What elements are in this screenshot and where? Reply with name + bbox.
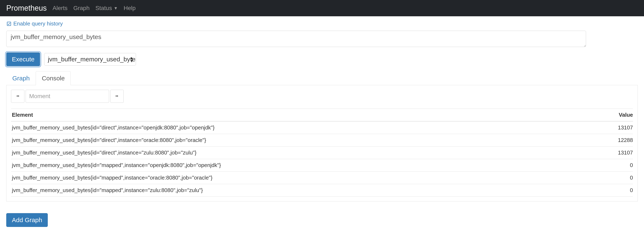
- tab-graph[interactable]: Graph: [6, 71, 36, 85]
- cell-element: jvm_buffer_memory_used_bytes{id="direct"…: [11, 121, 589, 134]
- nav-status-label: Status: [96, 5, 112, 12]
- moment-row: [11, 90, 633, 103]
- cell-element: jvm_buffer_memory_used_bytes{id="direct"…: [11, 134, 589, 147]
- nav-graph[interactable]: Graph: [74, 5, 90, 12]
- table-row: jvm_buffer_memory_used_bytes{id="direct"…: [11, 121, 633, 134]
- results-table: Element Value jvm_buffer_memory_used_byt…: [11, 109, 633, 197]
- table-row: jvm_buffer_memory_used_bytes{id="direct"…: [11, 147, 633, 159]
- nav-status[interactable]: Status ▼: [96, 5, 118, 12]
- col-element: Element: [11, 109, 589, 122]
- cell-value: 12288: [589, 134, 633, 147]
- cell-value: 0: [589, 172, 633, 184]
- moment-input[interactable]: [26, 90, 109, 103]
- col-value: Value: [589, 109, 633, 122]
- table-row: jvm_buffer_memory_used_bytes{id="mapped"…: [11, 172, 633, 184]
- table-body: jvm_buffer_memory_used_bytes{id="direct"…: [11, 121, 633, 197]
- cell-element: jvm_buffer_memory_used_bytes{id="mapped"…: [11, 172, 589, 184]
- navbar: Prometheus Alerts Graph Status ▼ Help: [0, 0, 644, 16]
- metric-select-value: jvm_buffer_memory_used_bytes: [48, 56, 136, 63]
- double-chevron-right-icon: [115, 93, 119, 100]
- enable-history-label: Enable query history: [13, 21, 63, 27]
- caret-down-icon: ▼: [114, 6, 118, 11]
- nav-alerts[interactable]: Alerts: [52, 5, 68, 12]
- enable-history-toggle[interactable]: Enable query history: [6, 21, 63, 27]
- main-container: Enable query history Execute jvm_buffer_…: [0, 16, 644, 233]
- select-arrows-icon: ▴▾: [130, 56, 133, 63]
- metric-select[interactable]: jvm_buffer_memory_used_bytes ▴▾: [44, 53, 136, 66]
- cell-value: 0: [589, 184, 633, 197]
- cell-value: 0: [589, 159, 633, 172]
- tab-content-console: Element Value jvm_buffer_memory_used_byt…: [6, 85, 638, 201]
- controls-row: Execute jvm_buffer_memory_used_bytes ▴▾: [6, 52, 638, 66]
- table-row: jvm_buffer_memory_used_bytes{id="direct"…: [11, 134, 633, 147]
- double-chevron-left-icon: [16, 93, 20, 100]
- checkbox-icon: [6, 21, 12, 27]
- cell-element: jvm_buffer_memory_used_bytes{id="direct"…: [11, 147, 589, 159]
- nav-help[interactable]: Help: [124, 5, 136, 12]
- cell-value: 13107: [589, 147, 633, 159]
- moment-next-button[interactable]: [110, 90, 124, 103]
- execute-button[interactable]: Execute: [6, 52, 40, 66]
- table-row: jvm_buffer_memory_used_bytes{id="mapped"…: [11, 184, 633, 197]
- cell-value: 13107: [589, 121, 633, 134]
- moment-prev-button[interactable]: [11, 90, 24, 103]
- tabs: Graph Console: [6, 71, 638, 85]
- add-graph-button[interactable]: Add Graph: [6, 213, 48, 227]
- table-header-row: Element Value: [11, 109, 633, 122]
- cell-element: jvm_buffer_memory_used_bytes{id="mapped"…: [11, 184, 589, 197]
- table-row: jvm_buffer_memory_used_bytes{id="mapped"…: [11, 159, 633, 172]
- navbar-brand[interactable]: Prometheus: [6, 4, 47, 13]
- cell-element: jvm_buffer_memory_used_bytes{id="mapped"…: [11, 159, 589, 172]
- add-graph-wrap: Add Graph: [6, 213, 638, 227]
- tab-console[interactable]: Console: [36, 71, 71, 85]
- query-input[interactable]: [6, 31, 586, 47]
